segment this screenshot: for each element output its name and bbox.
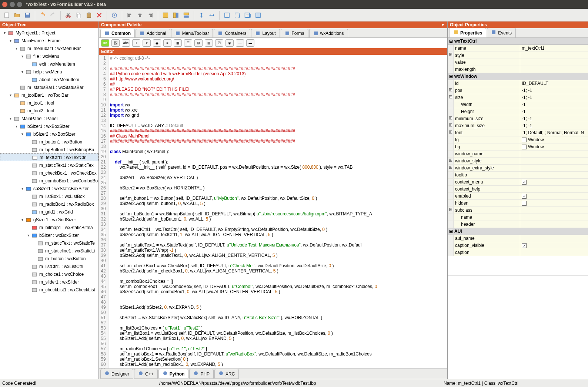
prop-row-header[interactable]: header bbox=[448, 221, 588, 228]
tree-node-menu[interactable]: ▾help : wxMenu bbox=[0, 68, 98, 76]
tree-node-frame[interactable]: ▾MainFrame : Frame bbox=[0, 37, 98, 44]
bottom-tab-python[interactable]: Python bbox=[158, 369, 189, 379]
align-center-button[interactable] bbox=[136, 11, 144, 20]
palette-btn-ok[interactable]: OK bbox=[101, 39, 109, 47]
prop-row-style[interactable]: ⊞style bbox=[448, 52, 588, 59]
tree-toggle-icon[interactable]: ▾ bbox=[14, 124, 19, 128]
prop-row-window_extra_style[interactable]: ⊞window_extra_style bbox=[448, 165, 588, 172]
collapse-icon[interactable]: ⊟ bbox=[449, 39, 453, 44]
tree-node-tool[interactable]: m_tool2 : tool bbox=[0, 107, 98, 115]
palette-btn-check[interactable]: ☑ bbox=[215, 39, 223, 47]
tree-node-sizer[interactable]: ▾bSizer : wxBoxSizer bbox=[0, 231, 98, 239]
tree-node-combobox[interactable]: m_comboBox1 : wxComboBo bbox=[0, 177, 98, 185]
prop-row-bg[interactable]: bgWindow bbox=[448, 143, 588, 150]
prop-row-pos[interactable]: ⊞pos-1; -1 bbox=[448, 87, 588, 94]
bottom-tab-c-[interactable]: C++ bbox=[134, 369, 158, 379]
prop-value[interactable]: Window bbox=[520, 136, 588, 143]
undo-button[interactable] bbox=[38, 11, 47, 20]
prop-row-window_name[interactable]: window_name bbox=[448, 150, 588, 158]
tree-node-sizer[interactable]: ▾bSizer1 : wxBoxSizer bbox=[0, 122, 98, 130]
palette-tab-layout[interactable]: Layout bbox=[251, 29, 280, 37]
tree-node-menubar[interactable]: ▾m_menubar1 : wxMenuBar bbox=[0, 44, 98, 52]
prop-value[interactable]: -1; -1 bbox=[520, 94, 588, 101]
palette-dropdown-icon[interactable]: ▼ bbox=[441, 22, 445, 27]
tree-toggle-icon[interactable]: ▾ bbox=[14, 46, 19, 50]
prop-row-minimum_size[interactable]: ⊞minimum_size-1; -1 bbox=[448, 115, 588, 122]
prop-category[interactable]: ⊟wxTextCtrl bbox=[448, 38, 588, 45]
property-grid[interactable]: ⊟wxTextCtrlnamem_textCtrl1⊞stylevaluemax… bbox=[448, 38, 588, 275]
palette-btn-abc[interactable]: abc bbox=[122, 39, 130, 47]
prop-value[interactable]: -1; -1 bbox=[520, 115, 588, 122]
tree-toggle-icon[interactable]: ▾ bbox=[20, 186, 24, 191]
checkbox-icon[interactable] bbox=[522, 145, 527, 149]
prop-value[interactable] bbox=[520, 207, 588, 214]
tree-toggle-icon[interactable]: ▾ bbox=[26, 233, 30, 237]
tree-toggle-icon[interactable]: ▾ bbox=[20, 70, 24, 74]
expand-icon[interactable]: ⊞ bbox=[448, 87, 454, 94]
prop-value[interactable]: -1; Default; ; Normal; Normal; N bbox=[520, 129, 588, 136]
prop-row-name[interactable]: namem_textCtrl1 bbox=[448, 45, 588, 52]
prop-value[interactable]: -1 bbox=[520, 101, 588, 108]
tree-node-grid[interactable]: m_grid1 : wxGrid bbox=[0, 208, 98, 216]
palette-tab-common[interactable]: Common bbox=[100, 29, 135, 37]
prop-row-context_help[interactable]: context_help bbox=[448, 186, 588, 193]
redo-button[interactable] bbox=[49, 11, 57, 20]
prop-value[interactable] bbox=[520, 221, 588, 228]
prop-row-id[interactable]: idID_DEFAULT bbox=[448, 80, 588, 87]
prop-row-maximum_size[interactable]: ⊞maximum_size-1; -1 bbox=[448, 122, 588, 129]
prop-row-Height[interactable]: Height-1 bbox=[448, 108, 588, 115]
prop-row-tooltip[interactable]: tooltip bbox=[448, 172, 588, 179]
layout1-button[interactable] bbox=[161, 11, 170, 20]
prop-row-size[interactable]: ⊟size-1; -1 bbox=[448, 94, 588, 101]
tree-node-listbox[interactable]: m_listBox1 : wxListBox bbox=[0, 192, 98, 200]
prop-value[interactable] bbox=[520, 214, 588, 221]
tree-node-listctrl[interactable]: m_listCtrl1 : wxListCtrl bbox=[0, 262, 98, 270]
expand-icon[interactable]: ⊞ bbox=[448, 165, 454, 171]
prop-row-aui_name[interactable]: aui_name bbox=[448, 235, 588, 242]
paste-button[interactable] bbox=[84, 11, 93, 20]
palette-btn-table2[interactable]: ▤ bbox=[205, 39, 213, 47]
checkbox-icon[interactable]: ✓ bbox=[522, 243, 527, 248]
palette-btn-table[interactable]: ⊞ bbox=[194, 39, 203, 47]
prop-value[interactable] bbox=[520, 200, 588, 206]
prop-row-maxlength[interactable]: maxlength bbox=[448, 66, 588, 73]
delete-button[interactable] bbox=[95, 11, 104, 20]
prop-value[interactable]: ID_DEFAULT bbox=[520, 80, 588, 87]
border3-button[interactable] bbox=[243, 11, 252, 20]
prop-category[interactable]: ⊟AUI bbox=[448, 228, 588, 235]
tree-node-bitmap[interactable]: m_bitmap1 : wxStaticBitma bbox=[0, 224, 98, 231]
prop-value[interactable] bbox=[520, 186, 588, 192]
checkbox-icon[interactable] bbox=[522, 201, 527, 206]
palette-tab-menu-toolbar[interactable]: Menu/Toolbar bbox=[171, 29, 213, 37]
tree-node-button[interactable]: m_button1 : wxButton bbox=[0, 138, 98, 146]
tree-node-sizer[interactable]: ▾bSizer2 : wxBoxSizer bbox=[0, 130, 98, 138]
palette-btn-spin[interactable]: ◉ bbox=[153, 39, 161, 47]
prop-value[interactable]: Window bbox=[520, 143, 588, 150]
expand-icon[interactable]: ⊟ bbox=[448, 94, 454, 101]
border1-button[interactable] bbox=[223, 11, 231, 20]
tree-node-project[interactable]: ▾MyProject1 : Project bbox=[0, 29, 98, 37]
generate-button[interactable] bbox=[110, 11, 119, 20]
tree-node-menuitem[interactable]: exit : wxMenuItem bbox=[0, 60, 98, 68]
prop-value[interactable] bbox=[520, 158, 588, 164]
tree-toggle-icon[interactable]: ▾ bbox=[20, 132, 24, 136]
tree-toggle-icon[interactable]: ▾ bbox=[20, 54, 24, 58]
expand-icon[interactable]: ⊞ bbox=[448, 122, 454, 129]
bottom-tab-php[interactable]: PHP bbox=[189, 369, 214, 379]
tree-node-gridsizer[interactable]: ▾gSizer1 : wxGridSizer bbox=[0, 216, 98, 224]
palette-btn-gauge[interactable]: ▬ bbox=[246, 39, 254, 47]
tree-node-menu[interactable]: ▾file : wxMenu bbox=[0, 52, 98, 60]
checkbox-icon[interactable]: ✓ bbox=[522, 194, 527, 199]
copy-button[interactable] bbox=[74, 11, 83, 20]
prop-row-Width[interactable]: Width-1 bbox=[448, 101, 588, 108]
expand1-button[interactable] bbox=[197, 11, 206, 20]
tree-toggle-icon[interactable]: ▾ bbox=[8, 93, 13, 97]
tree-node-slider[interactable]: m_slider1 : wxSlider bbox=[0, 278, 98, 286]
prop-row-context_menu[interactable]: context_menu✓ bbox=[448, 179, 588, 186]
palette-btn-list[interactable]: ≡ bbox=[163, 39, 171, 47]
collapse-icon[interactable]: ⊟ bbox=[449, 229, 453, 234]
tree-node-staticline[interactable]: m_staticline1 : wxStaticLi bbox=[0, 247, 98, 255]
tree-node-toolbar[interactable]: ▾m_toolBar1 : wxToolBar bbox=[0, 91, 98, 99]
prop-value[interactable]: ✓ bbox=[520, 179, 588, 185]
expand-icon[interactable]: ⊞ bbox=[448, 52, 454, 59]
